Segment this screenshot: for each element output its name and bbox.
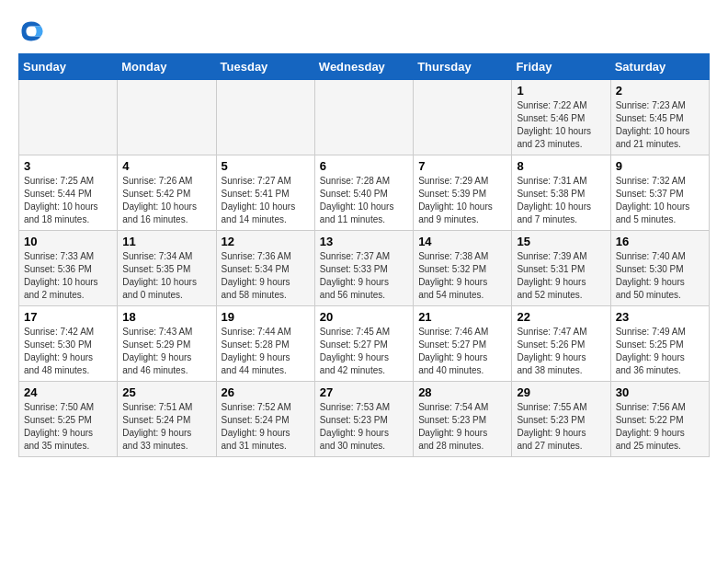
day-number: 17 — [24, 310, 112, 324]
day-info: Sunrise: 7:40 AM Sunset: 5:30 PM Dayligh… — [616, 250, 704, 302]
day-number: 4 — [122, 159, 210, 173]
day-info: Sunrise: 7:32 AM Sunset: 5:37 PM Dayligh… — [616, 175, 704, 226]
day-info: Sunrise: 7:46 AM Sunset: 5:27 PM Dayligh… — [418, 326, 506, 377]
calendar-week-4: 24Sunrise: 7:50 AM Sunset: 5:25 PM Dayli… — [19, 382, 710, 457]
calendar-week-1: 3Sunrise: 7:25 AM Sunset: 5:44 PM Daylig… — [19, 155, 710, 231]
calendar-cell-1-5: 8Sunrise: 7:31 AM Sunset: 5:38 PM Daylig… — [512, 155, 610, 231]
day-info: Sunrise: 7:45 AM Sunset: 5:27 PM Dayligh… — [320, 326, 408, 377]
calendar-cell-0-4 — [414, 80, 512, 155]
calendar-cell-1-4: 7Sunrise: 7:29 AM Sunset: 5:39 PM Daylig… — [414, 155, 512, 231]
calendar-table: SundayMondayTuesdayWednesdayThursdayFrid… — [18, 53, 710, 457]
day-info: Sunrise: 7:27 AM Sunset: 5:41 PM Dayligh… — [222, 175, 310, 226]
day-number: 21 — [418, 310, 506, 324]
day-number: 24 — [24, 385, 112, 399]
day-number: 18 — [122, 310, 210, 324]
day-number: 14 — [418, 235, 506, 248]
calendar-header-row: SundayMondayTuesdayWednesdayThursdayFrid… — [19, 54, 710, 80]
calendar-header-friday: Friday — [512, 54, 610, 80]
day-number: 7 — [418, 159, 506, 173]
calendar-header-sunday: Sunday — [19, 54, 118, 80]
calendar-cell-4-6: 30Sunrise: 7:56 AM Sunset: 5:22 PM Dayli… — [610, 382, 709, 457]
logo-icon — [18, 18, 44, 44]
day-number: 28 — [418, 385, 506, 399]
calendar-cell-1-1: 4Sunrise: 7:26 AM Sunset: 5:42 PM Daylig… — [118, 155, 216, 231]
day-number: 1 — [517, 84, 605, 98]
day-number: 9 — [616, 159, 704, 173]
day-info: Sunrise: 7:37 AM Sunset: 5:33 PM Dayligh… — [320, 250, 408, 302]
day-info: Sunrise: 7:33 AM Sunset: 5:36 PM Dayligh… — [24, 250, 112, 302]
calendar-cell-3-5: 22Sunrise: 7:47 AM Sunset: 5:26 PM Dayli… — [512, 306, 610, 382]
day-info: Sunrise: 7:56 AM Sunset: 5:22 PM Dayligh… — [616, 401, 704, 453]
calendar-cell-0-2 — [216, 80, 314, 155]
day-number: 16 — [616, 235, 704, 248]
calendar-cell-2-2: 12Sunrise: 7:36 AM Sunset: 5:34 PM Dayli… — [216, 231, 314, 306]
day-info: Sunrise: 7:47 AM Sunset: 5:26 PM Dayligh… — [517, 326, 605, 377]
calendar-cell-3-1: 18Sunrise: 7:43 AM Sunset: 5:29 PM Dayli… — [118, 306, 216, 382]
calendar-header-monday: Monday — [118, 54, 216, 80]
page-header — [18, 18, 710, 44]
calendar-cell-3-3: 20Sunrise: 7:45 AM Sunset: 5:27 PM Dayli… — [314, 306, 413, 382]
calendar-cell-3-6: 23Sunrise: 7:49 AM Sunset: 5:25 PM Dayli… — [610, 306, 709, 382]
day-info: Sunrise: 7:42 AM Sunset: 5:30 PM Dayligh… — [24, 326, 112, 377]
calendar-cell-1-0: 3Sunrise: 7:25 AM Sunset: 5:44 PM Daylig… — [19, 155, 118, 231]
day-number: 19 — [222, 310, 310, 324]
calendar-cell-0-5: 1Sunrise: 7:22 AM Sunset: 5:46 PM Daylig… — [512, 80, 610, 155]
day-number: 6 — [320, 159, 408, 173]
calendar-cell-0-6: 2Sunrise: 7:23 AM Sunset: 5:45 PM Daylig… — [610, 80, 709, 155]
day-number: 3 — [24, 159, 112, 173]
calendar-header-tuesday: Tuesday — [216, 54, 314, 80]
calendar-cell-4-0: 24Sunrise: 7:50 AM Sunset: 5:25 PM Dayli… — [19, 382, 118, 457]
calendar-cell-2-1: 11Sunrise: 7:34 AM Sunset: 5:35 PM Dayli… — [118, 231, 216, 306]
calendar-cell-2-4: 14Sunrise: 7:38 AM Sunset: 5:32 PM Dayli… — [414, 231, 512, 306]
day-info: Sunrise: 7:25 AM Sunset: 5:44 PM Dayligh… — [24, 175, 112, 226]
day-info: Sunrise: 7:28 AM Sunset: 5:40 PM Dayligh… — [320, 175, 408, 226]
day-number: 5 — [222, 159, 310, 173]
calendar-cell-3-4: 21Sunrise: 7:46 AM Sunset: 5:27 PM Dayli… — [414, 306, 512, 382]
day-info: Sunrise: 7:51 AM Sunset: 5:24 PM Dayligh… — [122, 401, 210, 453]
day-info: Sunrise: 7:31 AM Sunset: 5:38 PM Dayligh… — [517, 175, 605, 226]
day-info: Sunrise: 7:29 AM Sunset: 5:39 PM Dayligh… — [418, 175, 506, 226]
calendar-cell-1-6: 9Sunrise: 7:32 AM Sunset: 5:37 PM Daylig… — [610, 155, 709, 231]
day-info: Sunrise: 7:23 AM Sunset: 5:45 PM Dayligh… — [616, 99, 704, 151]
day-number: 15 — [517, 235, 605, 248]
day-number: 29 — [517, 385, 605, 399]
logo — [18, 18, 48, 44]
day-info: Sunrise: 7:52 AM Sunset: 5:24 PM Dayligh… — [222, 401, 310, 453]
calendar-cell-3-0: 17Sunrise: 7:42 AM Sunset: 5:30 PM Dayli… — [19, 306, 118, 382]
day-info: Sunrise: 7:53 AM Sunset: 5:23 PM Dayligh… — [320, 401, 408, 453]
day-info: Sunrise: 7:55 AM Sunset: 5:23 PM Dayligh… — [517, 401, 605, 453]
day-info: Sunrise: 7:34 AM Sunset: 5:35 PM Dayligh… — [122, 250, 210, 302]
calendar-cell-2-0: 10Sunrise: 7:33 AM Sunset: 5:36 PM Dayli… — [19, 231, 118, 306]
day-info: Sunrise: 7:44 AM Sunset: 5:28 PM Dayligh… — [222, 326, 310, 377]
day-info: Sunrise: 7:49 AM Sunset: 5:25 PM Dayligh… — [616, 326, 704, 377]
day-info: Sunrise: 7:39 AM Sunset: 5:31 PM Dayligh… — [517, 250, 605, 302]
day-number: 13 — [320, 235, 408, 248]
calendar-header-saturday: Saturday — [610, 54, 709, 80]
day-number: 30 — [616, 385, 704, 399]
calendar-cell-4-4: 28Sunrise: 7:54 AM Sunset: 5:23 PM Dayli… — [414, 382, 512, 457]
day-number: 11 — [122, 235, 210, 248]
day-number: 2 — [616, 84, 704, 98]
calendar-cell-4-1: 25Sunrise: 7:51 AM Sunset: 5:24 PM Dayli… — [118, 382, 216, 457]
calendar-cell-0-3 — [314, 80, 413, 155]
day-number: 26 — [222, 385, 310, 399]
day-number: 27 — [320, 385, 408, 399]
day-number: 23 — [616, 310, 704, 324]
day-number: 8 — [517, 159, 605, 173]
calendar-cell-0-0 — [19, 80, 118, 155]
calendar-cell-2-3: 13Sunrise: 7:37 AM Sunset: 5:33 PM Dayli… — [314, 231, 413, 306]
day-info: Sunrise: 7:26 AM Sunset: 5:42 PM Dayligh… — [122, 175, 210, 226]
calendar-week-3: 17Sunrise: 7:42 AM Sunset: 5:30 PM Dayli… — [19, 306, 710, 382]
calendar-cell-1-3: 6Sunrise: 7:28 AM Sunset: 5:40 PM Daylig… — [314, 155, 413, 231]
day-info: Sunrise: 7:22 AM Sunset: 5:46 PM Dayligh… — [517, 99, 605, 151]
day-number: 22 — [517, 310, 605, 324]
day-info: Sunrise: 7:43 AM Sunset: 5:29 PM Dayligh… — [122, 326, 210, 377]
calendar-cell-0-1 — [118, 80, 216, 155]
calendar-cell-3-2: 19Sunrise: 7:44 AM Sunset: 5:28 PM Dayli… — [216, 306, 314, 382]
calendar-cell-4-3: 27Sunrise: 7:53 AM Sunset: 5:23 PM Dayli… — [314, 382, 413, 457]
day-info: Sunrise: 7:54 AM Sunset: 5:23 PM Dayligh… — [418, 401, 506, 453]
day-number: 20 — [320, 310, 408, 324]
calendar-cell-2-6: 16Sunrise: 7:40 AM Sunset: 5:30 PM Dayli… — [610, 231, 709, 306]
day-info: Sunrise: 7:50 AM Sunset: 5:25 PM Dayligh… — [24, 401, 112, 453]
day-info: Sunrise: 7:38 AM Sunset: 5:32 PM Dayligh… — [418, 250, 506, 302]
